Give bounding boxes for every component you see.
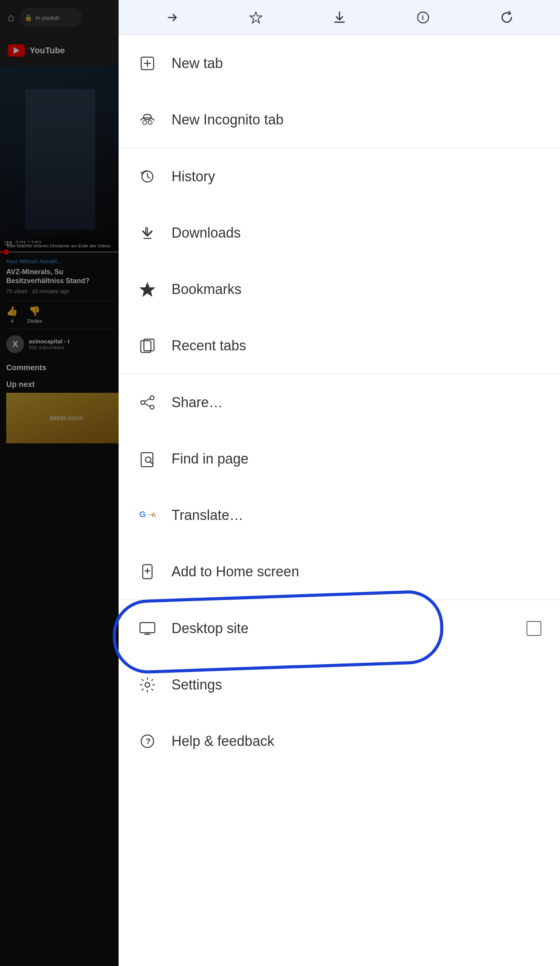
svg-point-4 xyxy=(144,114,151,120)
svg-point-12 xyxy=(150,405,154,409)
menu-item-new-tab[interactable]: New tab xyxy=(119,35,560,91)
svg-point-13 xyxy=(141,401,145,404)
share-icon xyxy=(137,392,158,413)
forward-button[interactable] xyxy=(159,10,186,24)
info-button[interactable]: i xyxy=(410,10,437,24)
menu-item-find-in-page[interactable]: Find in page xyxy=(119,430,560,487)
bookmarks-label: Bookmarks xyxy=(172,281,541,298)
overlay: i New tab xyxy=(0,0,560,966)
download-button[interactable] xyxy=(326,10,353,24)
checkbox-empty-icon xyxy=(527,621,541,636)
settings-label: Settings xyxy=(172,677,541,693)
downloads-label: Downloads xyxy=(172,225,541,241)
new-tab-icon xyxy=(137,53,158,74)
menu-items-list: New tab New Incognito tab xyxy=(119,35,560,966)
find-in-page-icon xyxy=(137,449,158,469)
desktop-site-icon xyxy=(137,618,158,639)
downloads-icon xyxy=(137,223,158,243)
svg-rect-22 xyxy=(140,623,155,633)
dim-overlay xyxy=(0,0,121,966)
svg-text:?: ? xyxy=(146,737,150,746)
share-label: Share… xyxy=(172,394,541,411)
new-tab-label: New tab xyxy=(172,55,541,72)
svg-marker-0 xyxy=(250,12,262,23)
translate-label: Translate… xyxy=(172,507,541,523)
help-feedback-icon: ? xyxy=(137,731,158,751)
svg-point-6 xyxy=(148,121,152,124)
svg-line-15 xyxy=(145,404,150,406)
bookmarks-icon xyxy=(137,279,158,299)
menu-toolbar: i xyxy=(119,0,560,35)
svg-line-14 xyxy=(145,399,150,401)
svg-point-11 xyxy=(150,396,154,400)
menu-item-add-home-screen[interactable]: Add to Home screen xyxy=(119,543,560,600)
add-home-screen-icon xyxy=(137,562,158,582)
bookmark-star-button[interactable] xyxy=(242,10,270,24)
menu-item-translate[interactable]: G → A Translate… xyxy=(119,487,560,543)
svg-marker-8 xyxy=(140,283,154,296)
menu-item-desktop-site[interactable]: Desktop site xyxy=(119,600,560,656)
context-menu: i New tab xyxy=(119,0,560,966)
svg-text:G: G xyxy=(139,509,146,519)
reload-button[interactable] xyxy=(493,10,520,24)
desktop-site-label: Desktop site xyxy=(172,620,513,637)
desktop-site-checkbox[interactable] xyxy=(527,621,541,636)
add-home-screen-label: Add to Home screen xyxy=(172,564,541,580)
help-feedback-label: Help & feedback xyxy=(172,733,541,749)
svg-point-23 xyxy=(145,682,150,687)
find-in-page-label: Find in page xyxy=(172,451,541,467)
svg-text:A: A xyxy=(152,512,156,518)
menu-item-share[interactable]: Share… xyxy=(119,374,560,430)
svg-text:i: i xyxy=(422,14,424,21)
recent-tabs-icon xyxy=(137,336,158,356)
history-icon xyxy=(137,166,158,187)
menu-item-downloads[interactable]: Downloads xyxy=(119,205,560,261)
menu-item-help-feedback[interactable]: ? Help & feedback xyxy=(119,713,560,769)
menu-item-bookmarks[interactable]: Bookmarks xyxy=(119,261,560,317)
svg-point-5 xyxy=(143,121,147,124)
incognito-tab-label: New Incognito tab xyxy=(172,112,541,128)
menu-item-recent-tabs[interactable]: Recent tabs xyxy=(119,317,560,374)
history-label: History xyxy=(172,168,541,185)
menu-item-new-incognito-tab[interactable]: New Incognito tab xyxy=(119,91,560,148)
settings-icon xyxy=(137,675,158,695)
incognito-icon xyxy=(137,110,158,130)
recent-tabs-label: Recent tabs xyxy=(172,338,541,354)
menu-item-settings[interactable]: Settings xyxy=(119,656,560,713)
translate-icon: G → A xyxy=(137,505,158,525)
menu-item-history[interactable]: History xyxy=(119,148,560,205)
